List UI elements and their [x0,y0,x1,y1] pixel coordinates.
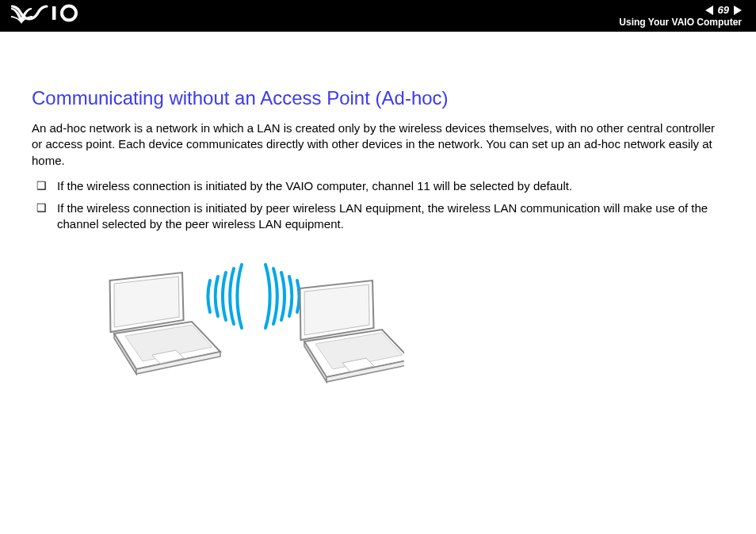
wireless-signal-right-icon [265,265,299,328]
vaio-logo [11,4,90,29]
laptop-right-icon [292,280,404,382]
header-right: 69 Using Your VAIO Computer [619,4,742,28]
adhoc-illustration [71,249,724,395]
nav-prev-icon[interactable] [705,6,713,15]
page-nav: 69 [619,4,742,16]
intro-paragraph: An ad-hoc network is a network in which … [32,120,724,169]
list-item: If the wireless connection is initiated … [36,200,724,233]
section-title: Communicating without an Access Point (A… [32,87,724,109]
svg-point-1 [62,6,76,20]
header-bar: 69 Using Your VAIO Computer [0,0,756,32]
bullet-list: If the wireless connection is initiated … [32,178,724,233]
page-number: 69 [718,4,729,16]
page-content: Communicating without an Access Point (A… [0,32,756,395]
list-item: If the wireless connection is initiated … [36,178,724,194]
wireless-signal-left-icon [208,265,242,328]
breadcrumb: Using Your VAIO Computer [619,17,742,28]
nav-next-icon[interactable] [734,6,742,15]
svg-rect-0 [52,6,56,20]
laptop-left-icon [102,273,220,374]
